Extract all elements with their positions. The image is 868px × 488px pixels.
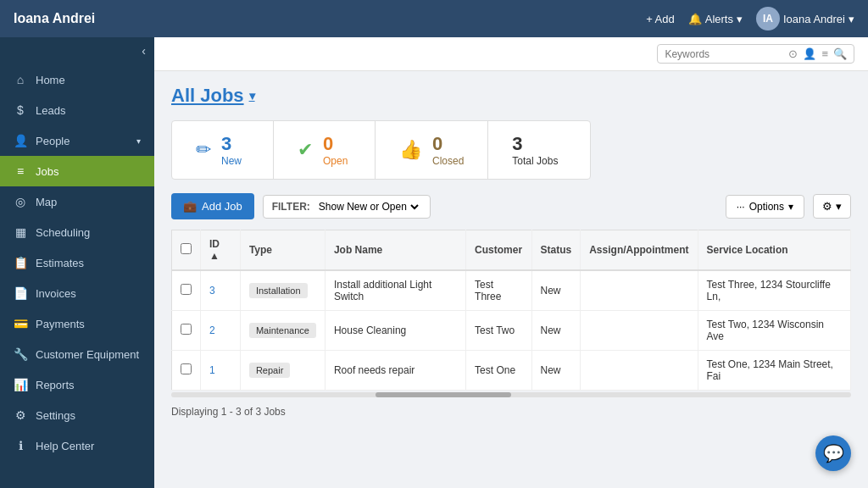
keyword-search[interactable]: ⊙ 👤 ≡ 🔍	[657, 44, 854, 64]
reports-icon: 📊	[14, 378, 27, 391]
page-body: All Jobs ▾ ✏ 3 New ✔ 0 Open	[154, 71, 868, 488]
job-id-link[interactable]: 3	[209, 285, 215, 297]
keyword-input[interactable]	[665, 48, 783, 60]
layout: ‹ ⌂ Home $ Leads 👤 People ▾ ≡ Jobs ◎ Map…	[0, 37, 868, 488]
row-type-cell: Maintenance	[240, 311, 325, 351]
summary-card-open[interactable]: ✔ 0 Open	[274, 121, 376, 179]
user-chevron-icon: ▾	[849, 13, 854, 25]
row-status-cell: New	[531, 351, 581, 391]
sort-up-icon: ▲	[209, 250, 220, 262]
sidebar-item-customer-equipment[interactable]: 🔧 Customer Equipment	[0, 339, 154, 369]
col-id[interactable]: ID ▲	[201, 230, 241, 271]
sidebar-item-settings[interactable]: ⚙ Settings	[0, 400, 154, 430]
row-location-cell: Test Three, 1234 Stourcliffe Ln,	[698, 270, 850, 311]
bell-icon: 🔔	[688, 13, 702, 25]
row-checkbox-cell	[172, 270, 201, 311]
user-menu-button[interactable]: IA Ioana Andrei ▾	[756, 7, 854, 30]
row-id-cell: 2	[201, 311, 241, 351]
table-header-row: ID ▲ Type Job Name Customer Status Assig…	[172, 230, 851, 271]
options-button[interactable]: ··· Options ▾	[726, 195, 804, 219]
row-id-cell: 3	[201, 270, 241, 311]
camera-icon[interactable]: ⊙	[788, 47, 798, 60]
gear-icon: ⚙	[822, 200, 832, 213]
invoices-icon: 📄	[14, 286, 27, 300]
equipment-icon: 🔧	[14, 347, 27, 361]
sidebar-item-home[interactable]: ⌂ Home	[0, 64, 154, 95]
person-search-icon[interactable]: 👤	[803, 47, 816, 60]
job-id-link[interactable]: 1	[209, 364, 215, 376]
row-checkbox[interactable]	[181, 324, 192, 335]
list-view-icon[interactable]: ≡	[821, 47, 828, 60]
table-row: 2 Maintenance House Cleaning Test Two Ne…	[172, 311, 851, 351]
sidebar-item-scheduling[interactable]: ▦ Scheduling	[0, 217, 154, 247]
filter-select[interactable]: Show New or Open Show All Show New Show …	[315, 200, 421, 214]
people-icon: 👤	[14, 134, 27, 147]
row-customer-cell: Test One	[466, 351, 531, 391]
summary-card-new[interactable]: ✏ 3 New	[172, 121, 274, 179]
sidebar-item-people[interactable]: 👤 People ▾	[0, 125, 154, 156]
row-checkbox[interactable]	[181, 363, 192, 374]
row-status-cell: New	[531, 270, 581, 311]
avatar: IA	[756, 7, 780, 30]
sidebar-item-leads[interactable]: $ Leads	[0, 95, 154, 125]
sidebar-item-reports[interactable]: 📊 Reports	[0, 369, 154, 400]
sidebar-item-map[interactable]: ◎ Map	[0, 186, 154, 217]
alerts-button[interactable]: 🔔 Alerts ▾	[688, 13, 743, 25]
row-location-cell: Test One, 1234 Main Street, Fai	[698, 351, 850, 391]
row-id-cell: 1	[201, 351, 241, 391]
col-checkbox	[172, 230, 201, 271]
top-nav: Ioana Andrei + Add 🔔 Alerts ▾ IA Ioana A…	[0, 0, 868, 37]
table-row: 1 Repair Roof needs repair Test One New …	[172, 351, 851, 391]
filter-label: FILTER:	[272, 201, 310, 213]
settings-icon: ⚙	[14, 408, 27, 422]
checkmark-icon: ✔	[298, 139, 313, 161]
col-status: Status	[531, 230, 581, 271]
row-assign-cell	[581, 270, 698, 311]
alerts-chevron-icon: ▾	[737, 13, 743, 25]
closed-label: Closed	[432, 155, 464, 167]
row-customer-cell: Test Three	[466, 270, 531, 311]
search-icon[interactable]: 🔍	[833, 47, 847, 60]
people-expand-icon: ▾	[136, 136, 141, 146]
dollar-icon: $	[14, 103, 27, 117]
jobs-table-wrap: ID ▲ Type Job Name Customer Status Assig…	[171, 230, 851, 397]
jobs-toolbar: 💼 Add Job FILTER: Show New or Open Show …	[171, 193, 851, 219]
table-scrollbar[interactable]	[171, 392, 851, 397]
row-location-cell: Test Two, 1234 Wisconsin Ave	[698, 311, 850, 351]
col-job-name: Job Name	[325, 230, 465, 271]
add-button[interactable]: + Add	[646, 13, 675, 25]
scheduling-icon: ▦	[14, 225, 27, 239]
job-id-link[interactable]: 2	[209, 324, 215, 336]
sidebar-item-jobs[interactable]: ≡ Jobs	[0, 156, 154, 186]
sidebar-item-help[interactable]: ℹ Help Center	[0, 430, 154, 461]
row-job-name-cell: House Cleaning	[325, 311, 465, 351]
top-nav-actions: + Add 🔔 Alerts ▾ IA Ioana Andrei ▾	[646, 7, 854, 30]
row-checkbox[interactable]	[181, 284, 192, 295]
row-status-cell: New	[531, 311, 581, 351]
brand-title: Ioana Andrei	[14, 11, 646, 26]
chat-fab-button[interactable]: 💬	[815, 435, 851, 471]
sidebar-item-invoices[interactable]: 📄 Invoices	[0, 278, 154, 308]
summary-cards: ✏ 3 New ✔ 0 Open 👍 0	[171, 120, 591, 180]
sidebar: ‹ ⌂ Home $ Leads 👤 People ▾ ≡ Jobs ◎ Map…	[0, 37, 154, 488]
select-all-checkbox[interactable]	[181, 243, 192, 254]
filter-wrap[interactable]: FILTER: Show New or Open Show All Show N…	[263, 195, 431, 219]
col-type: Type	[240, 230, 325, 271]
summary-card-total: 3 Total Jobs	[488, 121, 590, 179]
payments-icon: 💳	[14, 317, 27, 330]
table-scrollbar-thumb	[376, 392, 511, 397]
home-icon: ⌂	[14, 73, 27, 86]
sidebar-item-estimates[interactable]: 📋 Estimates	[0, 247, 154, 278]
open-count: 0	[323, 133, 348, 155]
summary-card-closed[interactable]: 👍 0 Closed	[376, 121, 488, 179]
sidebar-collapse[interactable]: ‹	[0, 37, 154, 64]
add-job-button[interactable]: 💼 Add Job	[171, 193, 254, 219]
title-dropdown-icon[interactable]: ▾	[249, 89, 255, 103]
row-checkbox-cell	[172, 311, 201, 351]
sidebar-item-payments[interactable]: 💳 Payments	[0, 308, 154, 339]
main-content: ⊙ 👤 ≡ 🔍 All Jobs ▾ ✏ 3 New	[154, 37, 868, 488]
gear-settings-button[interactable]: ⚙ ▾	[813, 194, 851, 219]
table-footer: Displaying 1 - 3 of 3 Jobs	[171, 402, 851, 421]
open-label: Open	[323, 155, 348, 167]
collapse-button[interactable]: ‹	[142, 44, 146, 58]
